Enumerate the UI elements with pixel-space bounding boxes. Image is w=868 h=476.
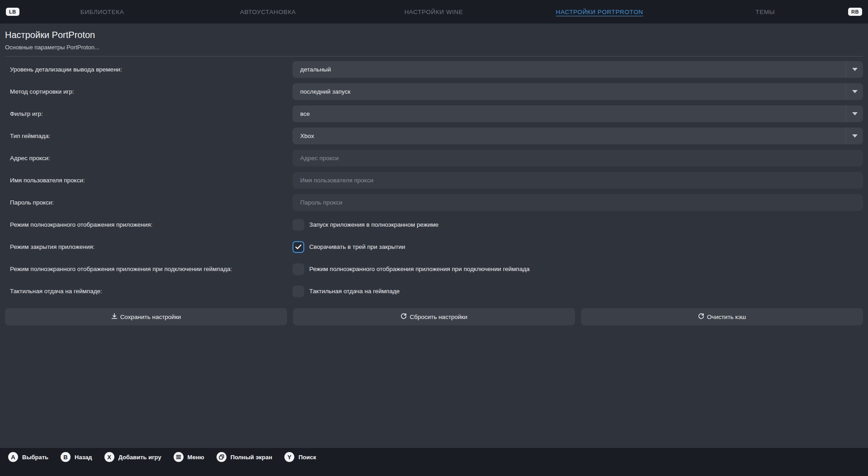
haptic-feedback-checkbox[interactable] [292,286,304,297]
hint-search: Y Поиск [284,452,316,462]
gamepad-y-button-icon: Y [284,452,294,462]
checkbox-label: Режим полноэкранного отображения приложе… [309,266,530,272]
setting-row-fullscreen-mode: Режим полноэкранного отображения приложе… [5,214,863,236]
settings-page: Настройки PortProton Основные параметры … [0,24,868,325]
setting-row-gamepad-type: Тип геймпада: Xbox [5,125,863,147]
setting-row-proxy-address: Адрес прокси: [5,147,863,169]
chevron-down-icon [846,105,863,122]
checkbox-label: Тактильная отдача на геймпаде [309,288,400,295]
reset-settings-label: Сбросить настройки [410,314,467,320]
setting-label: Имя пользователя прокси: [5,177,292,184]
checkbox-label: Сворачивать в трей при закрытии [309,243,405,250]
tray-on-close-checkbox[interactable] [292,241,304,253]
setting-label: Уровень детализации вывода времени: [5,66,292,73]
hint-select: A Выбрать [8,452,48,462]
setting-row-time-detail: Уровень детализации вывода времени: дета… [5,58,863,81]
tab-autoinstall[interactable]: АВТОУСТАНОВКА [185,9,351,15]
hint-label: Добавить игру [118,454,161,461]
hint-label: Полный экран [231,454,273,461]
hint-fullscreen: Полный экран [217,452,273,462]
tab-bar: БИБЛИОТЕКА АВТОУСТАНОВКА НАСТРОЙКИ WINE … [19,9,848,15]
select-value: все [292,110,310,117]
chevron-down-icon [846,128,863,144]
tab-themes[interactable]: ТЕМЫ [682,9,848,15]
select-value: детальный [292,66,331,73]
hint-label: Назад [75,454,92,461]
games-filter-select[interactable]: все [292,105,863,122]
select-value: Xbox [292,133,314,139]
gamepad-type-select[interactable]: Xbox [292,128,863,144]
checkbox-cell: Тактильная отдача на геймпаде [292,286,863,297]
save-settings-label: Сохранить настройки [120,314,181,320]
select-value: последний запуск [292,88,350,95]
menu-icon [174,452,184,462]
setting-label: Адрес прокси: [5,155,292,162]
fullscreen-icon [217,452,226,462]
hint-label: Меню [188,454,204,461]
hint-menu: Меню [174,452,204,462]
checkbox-cell: Режим полноэкранного отображения приложе… [292,263,863,275]
reset-settings-button[interactable]: Сбросить настройки [293,308,575,325]
proxy-address-input[interactable] [292,150,863,167]
left-bumper-badge: LB [6,8,19,16]
fullscreen-mode-checkbox[interactable] [292,219,304,231]
hint-label: Выбрать [22,454,48,461]
top-navigation-bar: LB БИБЛИОТЕКА АВТОУСТАНОВКА НАСТРОЙКИ WI… [0,0,868,24]
setting-row-sort-method: Метод сортировки игр: последний запуск [5,81,863,103]
tab-wine-settings[interactable]: НАСТРОЙКИ WINE [351,9,517,15]
page-subtitle: Основные параметры PortProton... [5,44,863,51]
tab-portproton-settings[interactable]: НАСТРОЙКИ PORTPROTON [517,9,683,15]
setting-row-games-filter: Фильтр игр: все [5,103,863,125]
hint-label: Поиск [298,454,316,461]
setting-row-close-mode: Режим закрытия приложения: Сворачивать в… [5,236,863,258]
checkbox-cell: Сворачивать в трей при закрытии [292,241,863,253]
fullscreen-on-gamepad-checkbox[interactable] [292,263,304,275]
setting-label: Тактильная отдача на геймпаде: [5,288,292,295]
settings-form: Уровень детализации вывода времени: дета… [5,58,863,325]
setting-label: Режим полноэкранного отображения приложе… [5,221,292,228]
setting-row-fullscreen-on-gamepad: Режим полноэкранного отображения приложе… [5,258,863,280]
checkbox-cell: Запуск приложения в полноэкранном режиме [292,219,863,231]
setting-label: Режим закрытия приложения: [5,243,292,250]
checkbox-label: Запуск приложения в полноэкранном режиме [309,221,439,228]
right-bumper-badge: RB [848,8,862,16]
gamepad-hints-bar: A Выбрать B Назад X Добавить игру Меню П… [0,448,868,476]
hint-add-game: X Добавить игру [104,452,161,462]
page-title: Настройки PortProton [5,30,863,40]
setting-label: Тип геймпада: [5,133,292,139]
setting-label: Метод сортировки игр: [5,88,292,95]
time-detail-select[interactable]: детальный [292,61,863,78]
proxy-username-input[interactable] [292,172,863,189]
clear-cache-button[interactable]: Очистить кэш [581,308,863,325]
clear-cache-icon [698,313,704,321]
save-settings-button[interactable]: Сохранить настройки [5,308,287,325]
chevron-down-icon [846,83,863,100]
hint-back: B Назад [61,452,92,462]
reset-icon [401,313,407,321]
proxy-password-input[interactable] [292,194,863,211]
gamepad-x-button-icon: X [104,452,114,462]
setting-row-proxy-password: Пароль прокси: [5,191,863,214]
gamepad-a-button-icon: A [8,452,18,462]
setting-label: Фильтр игр: [5,110,292,117]
sort-method-select[interactable]: последний запуск [292,83,863,100]
save-icon [111,313,118,321]
setting-row-haptic-feedback: Тактильная отдача на геймпаде: Тактильна… [5,280,863,302]
header-divider [5,56,863,57]
setting-row-proxy-username: Имя пользователя прокси: [5,169,863,191]
setting-label: Режим полноэкранного отображения приложе… [5,266,292,272]
clear-cache-label: Очистить кэш [707,314,746,320]
chevron-down-icon [846,61,863,78]
tab-library[interactable]: БИБЛИОТЕКА [19,9,185,15]
gamepad-b-button-icon: B [61,452,71,462]
action-buttons-row: Сохранить настройки Сбросить настройки О… [5,308,863,325]
setting-label: Пароль прокси: [5,199,292,206]
